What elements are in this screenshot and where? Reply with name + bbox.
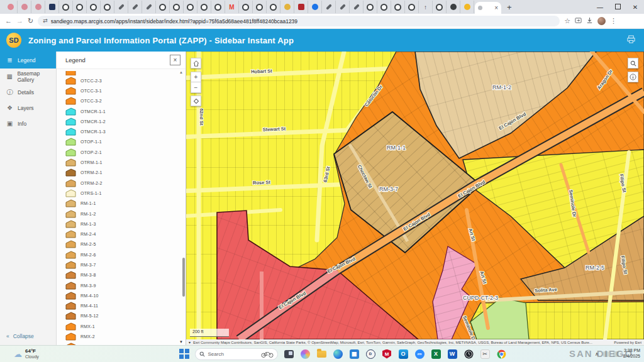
legend-item-RM-4-11[interactable]: RM-4-11 — [65, 301, 186, 311]
forward-icon[interactable]: → — [16, 18, 23, 25]
print-icon[interactable] — [627, 35, 635, 46]
sidebar-item-legend[interactable]: ≣Legend — [0, 52, 56, 69]
browser-tab[interactable] — [239, 1, 253, 13]
legend-close-icon[interactable]: × — [170, 55, 180, 65]
legend-item-OTRM-1-1[interactable]: OTRM-1-1 — [65, 157, 186, 167]
browser-tab[interactable] — [322, 1, 336, 13]
bookmark-star-icon[interactable]: ☆ — [564, 18, 570, 25]
legend-item-RM-2-4[interactable]: RM-2-4 — [65, 229, 186, 239]
browser-tab[interactable] — [184, 1, 197, 13]
word-icon[interactable]: W — [447, 349, 458, 359]
legend-item-RM-5-12[interactable]: RM-5-12 — [65, 311, 186, 321]
sidebar-item-basemap-gallery[interactable]: ▦Basemap Gallery — [0, 69, 56, 84]
legend-item-OTMCR-1-3[interactable]: OTMCR-1-3 — [65, 126, 186, 136]
browser-tab[interactable] — [350, 1, 364, 13]
sidebar-item-layers[interactable]: ❖Layers — [0, 100, 56, 116]
browser-tab[interactable] — [460, 1, 474, 13]
zoom-icon[interactable]: zm — [414, 349, 425, 359]
browser-tab[interactable] — [73, 1, 87, 13]
browser-tab[interactable] — [308, 1, 322, 13]
browser-tab[interactable] — [336, 1, 350, 13]
legend-item-OTCC-3-2[interactable]: OTCC-3-2 — [65, 96, 186, 106]
browser-tab[interactable] — [253, 1, 267, 13]
new-tab-button[interactable]: + — [501, 3, 518, 12]
legend-item-OTMCR-1-1[interactable]: OTMCR-1-1 — [65, 106, 186, 116]
browser-tab[interactable] — [405, 1, 419, 13]
legend-item-RM-3-8[interactable]: RM-3-8 — [65, 270, 186, 280]
legend-item-OTOP-1-1[interactable]: OTOP-1-1 — [65, 137, 186, 147]
site-info-icon[interactable]: ⇄ — [43, 18, 48, 24]
browser-tab[interactable]: ↑ — [419, 1, 433, 13]
browser-tab[interactable] — [170, 1, 184, 13]
browser-menu-icon[interactable]: ⋮ — [610, 18, 617, 25]
taskbar-search[interactable]: Search — [195, 348, 278, 360]
explorer-icon[interactable] — [316, 349, 327, 359]
minimize-button[interactable]: — — [591, 4, 609, 11]
scroll-down-icon[interactable]: ▼ — [179, 340, 183, 344]
legend-item-RM-3-9[interactable]: RM-3-9 — [65, 280, 186, 290]
weather-widget[interactable]: ☁ 64°F Cloudy — [14, 348, 39, 359]
legend-item-RM-1-1[interactable]: RM-1-1 — [65, 199, 186, 209]
browser-tab[interactable] — [433, 1, 447, 13]
map-container[interactable]: Hobart StStewart StRose St62nd St63rd St… — [186, 52, 644, 339]
search-button[interactable] — [628, 58, 638, 69]
browser-panel-icon[interactable] — [575, 17, 582, 25]
legend-item-RMX-2[interactable]: RMX-2 — [65, 331, 186, 341]
sidebar-item-info[interactable]: ▣Info — [0, 116, 56, 131]
browser-tab[interactable] — [59, 1, 73, 13]
zoom-in-button[interactable]: + — [191, 72, 201, 82]
browser-tab[interactable] — [31, 1, 45, 13]
legend-item-OTOP-2-1[interactable]: OTOP-2-1 — [65, 147, 186, 157]
legend-item-partial[interactable] — [65, 71, 78, 75]
legend-item-RM-1-2[interactable]: RM-1-2 — [65, 209, 186, 219]
taskbar-clock[interactable]: 3:38 PM 8/4/2025 — [623, 348, 640, 359]
browser-tab[interactable] — [391, 1, 405, 13]
legend-item-OTRS-1-1[interactable]: OTRS-1-1 — [65, 188, 186, 198]
active-tab[interactable]: × — [475, 2, 501, 14]
legend-item-OTRM-2-1[interactable]: OTRM-2-1 — [65, 168, 186, 178]
snip-icon[interactable]: ✂ — [480, 349, 491, 359]
legend-item-RM-3-7[interactable]: RM-3-7 — [65, 260, 186, 270]
browser-tab[interactable]: M — [225, 1, 239, 13]
browser-tab[interactable] — [267, 1, 280, 13]
browser-tab[interactable] — [101, 1, 114, 13]
tray-chevron-icon[interactable]: ∧ — [595, 351, 599, 357]
back-icon[interactable]: ← — [5, 18, 12, 25]
edge-icon[interactable] — [333, 349, 343, 359]
browser-tab[interactable] — [156, 1, 170, 13]
scroll-up-icon[interactable]: ▲ — [179, 70, 183, 74]
copilot-icon[interactable] — [300, 349, 311, 359]
chrome-icon[interactable] — [496, 349, 507, 359]
windows-start-icon[interactable] — [179, 349, 189, 359]
zoning-map[interactable]: Hobart StStewart StRose St62nd St63rd St… — [186, 52, 644, 339]
browser-tab[interactable] — [377, 1, 391, 13]
browser-tab[interactable] — [45, 1, 59, 13]
browser-tab[interactable] — [114, 1, 128, 13]
browser-tab[interactable] — [280, 1, 294, 13]
task-view-icon[interactable] — [284, 349, 294, 359]
legend-item-RM-2-5[interactable]: RM-2-5 — [65, 239, 186, 250]
legend-item-OTCC-2-3[interactable]: OTCC-2-3 — [65, 75, 186, 85]
reload-icon[interactable]: ↻ — [28, 18, 33, 25]
browser-tab[interactable] — [87, 1, 101, 13]
browser-tab[interactable] — [211, 1, 225, 13]
store-icon[interactable]: ▦ — [349, 349, 360, 359]
clock-icon[interactable] — [464, 349, 474, 359]
excel-icon[interactable]: X — [431, 349, 441, 359]
info-button[interactable] — [628, 72, 638, 82]
legend-item-RM-2-6[interactable]: RM-2-6 — [65, 250, 186, 260]
tray-icon[interactable] — [603, 351, 609, 357]
zoom-out-button[interactable]: − — [191, 82, 201, 93]
legend-item-OTMCR-1-2[interactable]: OTMCR-1-2 — [65, 116, 186, 126]
close-button[interactable]: ✕ — [626, 4, 644, 11]
sidebar-item-details[interactable]: ⓘDetails — [0, 84, 56, 100]
browser-tab[interactable] — [142, 1, 156, 13]
browser-tab[interactable] — [364, 1, 377, 13]
browser-tab[interactable] — [4, 1, 18, 13]
collapse-button[interactable]: « Collapse — [6, 333, 34, 339]
legend-item-RM-4-10[interactable]: RM-4-10 — [65, 290, 186, 300]
mcafee-icon[interactable]: M — [382, 349, 392, 359]
profile-avatar[interactable] — [597, 17, 606, 25]
tray-icon[interactable] — [613, 351, 619, 357]
home-button[interactable] — [191, 58, 201, 69]
